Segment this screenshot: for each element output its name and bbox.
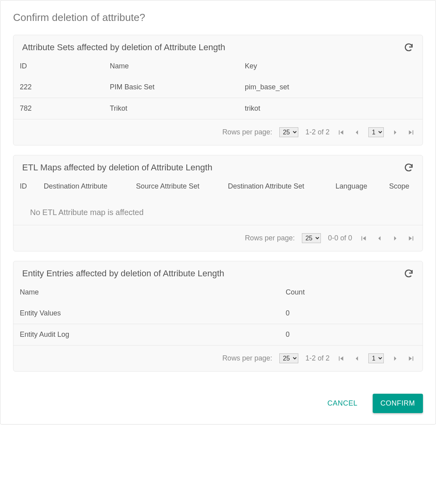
attribute-sets-table: ID Name Key 222 PIM Basic Set pim_base_s… xyxy=(13,56,423,119)
col-name: Name xyxy=(13,282,279,303)
pager: Rows per page: 25 1-2 of 2 1 xyxy=(13,119,423,145)
etl-maps-card: ETL Maps affected by deletion of Attribu… xyxy=(13,155,423,251)
dialog-actions: CANCEL CONFIRM xyxy=(13,381,423,413)
first-page-icon[interactable] xyxy=(359,234,368,243)
range-text: 1-2 of 2 xyxy=(305,354,330,362)
col-scope: Scope xyxy=(383,176,423,197)
card-title: ETL Maps affected by deletion of Attribu… xyxy=(22,162,212,173)
empty-message: No ETL Attribute map is affected xyxy=(13,197,423,225)
col-key: Key xyxy=(239,56,423,77)
prev-page-icon[interactable] xyxy=(353,128,361,137)
rows-per-page-select[interactable]: 25 xyxy=(302,233,321,243)
table-row: Entity Values 0 xyxy=(13,303,423,324)
prev-page-icon[interactable] xyxy=(353,354,361,363)
dialog-title: Confirm deletion of attribute? xyxy=(13,11,423,24)
rows-per-page-label: Rows per page: xyxy=(245,234,295,242)
last-page-icon[interactable] xyxy=(407,128,415,137)
prev-page-icon[interactable] xyxy=(375,234,384,243)
next-page-icon[interactable] xyxy=(391,354,400,363)
etl-maps-table: ID Destination Attribute Source Attribut… xyxy=(13,176,423,197)
range-text: 0-0 of 0 xyxy=(328,234,352,242)
table-row: 222 PIM Basic Set pim_base_set xyxy=(13,77,423,98)
pager: Rows per page: 25 0-0 of 0 xyxy=(13,225,423,251)
refresh-icon[interactable] xyxy=(404,162,414,173)
entity-entries-card: Entity Entries affected by deletion of A… xyxy=(13,261,423,372)
col-lang: Language xyxy=(329,176,383,197)
confirm-delete-dialog: Confirm deletion of attribute? Attribute… xyxy=(0,0,436,425)
attribute-sets-card: Attribute Sets affected by deletion of A… xyxy=(13,35,423,145)
last-page-icon[interactable] xyxy=(407,234,415,243)
col-id: ID xyxy=(13,176,37,197)
last-page-icon[interactable] xyxy=(407,354,415,363)
first-page-icon[interactable] xyxy=(337,128,345,137)
card-title: Entity Entries affected by deletion of A… xyxy=(22,268,224,279)
refresh-icon[interactable] xyxy=(404,268,414,279)
rows-per-page-select[interactable]: 25 xyxy=(279,127,298,137)
rows-per-page-select[interactable]: 25 xyxy=(279,353,298,363)
page-select[interactable]: 1 xyxy=(368,353,384,363)
entity-entries-table: Name Count Entity Values 0 Entity Audit … xyxy=(13,282,423,345)
next-page-icon[interactable] xyxy=(391,234,400,243)
col-name: Name xyxy=(103,56,238,77)
card-title: Attribute Sets affected by deletion of A… xyxy=(22,42,225,53)
rows-per-page-label: Rows per page: xyxy=(222,354,272,362)
page-select[interactable]: 1 xyxy=(368,127,384,137)
rows-per-page-label: Rows per page: xyxy=(222,128,272,136)
next-page-icon[interactable] xyxy=(391,128,400,137)
refresh-icon[interactable] xyxy=(404,42,414,53)
col-count: Count xyxy=(279,282,423,303)
col-dest-set: Destination Attribute Set xyxy=(222,176,329,197)
confirm-button[interactable]: CONFIRM xyxy=(373,394,423,413)
col-id: ID xyxy=(13,56,103,77)
pager: Rows per page: 25 1-2 of 2 1 xyxy=(13,345,423,371)
table-row: Entity Audit Log 0 xyxy=(13,324,423,345)
cancel-button[interactable]: CANCEL xyxy=(319,394,365,413)
col-src-set: Source Attribute Set xyxy=(130,176,222,197)
range-text: 1-2 of 2 xyxy=(305,128,330,136)
first-page-icon[interactable] xyxy=(337,354,345,363)
table-row: 782 Trikot trikot xyxy=(13,98,423,119)
col-dest-attr: Destination Attribute xyxy=(37,176,129,197)
